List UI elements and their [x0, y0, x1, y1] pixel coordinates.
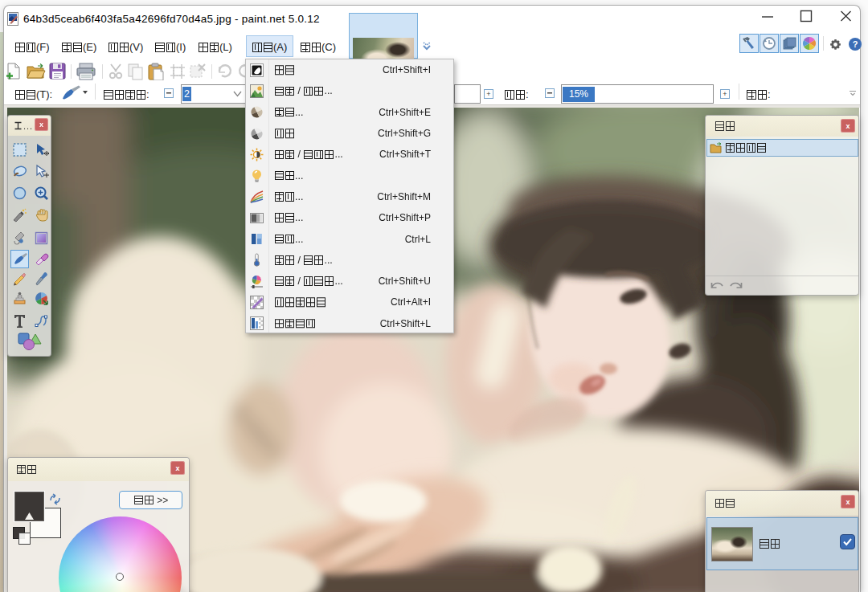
svg-text:?: ? [853, 39, 858, 49]
